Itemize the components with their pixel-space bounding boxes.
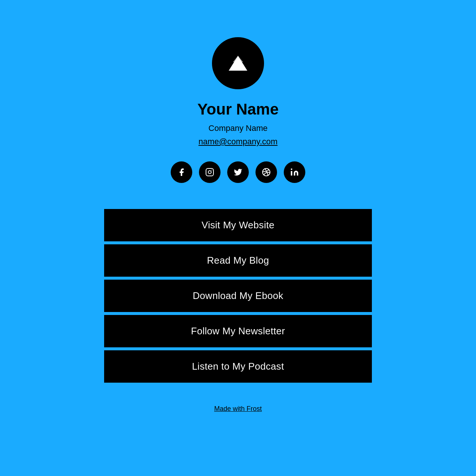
listen-podcast-button[interactable]: Listen to My Podcast bbox=[104, 350, 372, 383]
svg-point-3 bbox=[208, 171, 211, 174]
buttons-container: Visit My Website Read My Blog Download M… bbox=[104, 209, 372, 383]
facebook-icon[interactable] bbox=[171, 161, 192, 183]
svg-point-6 bbox=[291, 168, 292, 170]
follow-newsletter-button[interactable]: Follow My Newsletter bbox=[104, 315, 372, 347]
email-link[interactable]: name@company.com bbox=[199, 137, 278, 147]
instagram-icon[interactable] bbox=[199, 161, 221, 183]
read-blog-button[interactable]: Read My Blog bbox=[104, 244, 372, 277]
dribbble-icon[interactable] bbox=[255, 161, 277, 183]
svg-marker-1 bbox=[233, 56, 243, 62]
user-name: Your Name bbox=[197, 100, 279, 118]
profile-section: Your Name Company Name name@company.com bbox=[171, 37, 305, 209]
avatar bbox=[212, 37, 264, 89]
social-icons-container bbox=[171, 161, 305, 183]
download-ebook-button[interactable]: Download My Ebook bbox=[104, 280, 372, 312]
svg-rect-2 bbox=[206, 168, 213, 176]
svg-point-4 bbox=[212, 170, 212, 171]
mountain-icon bbox=[227, 54, 249, 73]
footer-link[interactable]: Made with Frost bbox=[214, 405, 262, 413]
visit-website-button[interactable]: Visit My Website bbox=[104, 209, 372, 241]
linkedin-icon[interactable] bbox=[284, 161, 305, 183]
twitter-icon[interactable] bbox=[227, 161, 249, 183]
company-name: Company Name bbox=[209, 123, 268, 133]
